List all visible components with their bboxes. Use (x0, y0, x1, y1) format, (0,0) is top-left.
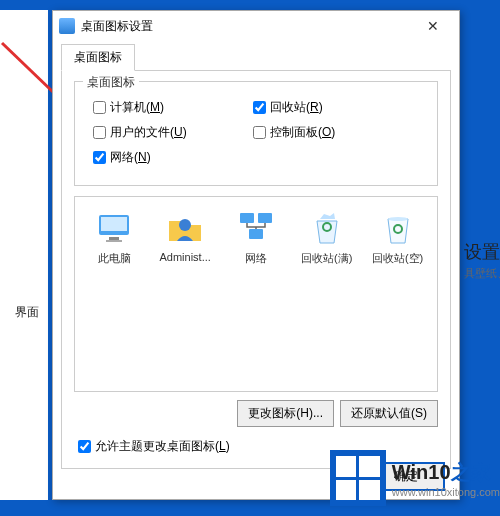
background-label-jiemian: 界面 (15, 304, 39, 321)
network-icon (236, 207, 276, 247)
svg-rect-7 (258, 213, 272, 223)
close-button[interactable]: ✕ (413, 18, 453, 34)
svg-point-9 (388, 217, 408, 221)
tab-desktop-icons[interactable]: 桌面图标 (61, 44, 135, 71)
checkbox-control-panel-input[interactable] (253, 126, 266, 139)
icon-this-pc[interactable]: 此电脑 (81, 207, 147, 266)
svg-rect-3 (109, 237, 119, 240)
icon-user-folder[interactable]: Administ... (152, 207, 218, 266)
checkbox-allow-theme-input[interactable] (78, 440, 91, 453)
titlebar: 桌面图标设置 ✕ (53, 11, 459, 41)
recycle-bin-empty-icon (378, 207, 418, 247)
dialog-title: 桌面图标设置 (81, 18, 413, 35)
watermark-url: www.win10xitong.com (392, 486, 500, 498)
tab-body: 桌面图标 计算机(M) 回收站(R) 用户的文件(U) 控制 (61, 71, 451, 469)
checkbox-network-input[interactable] (93, 151, 106, 164)
group-legend: 桌面图标 (83, 74, 139, 91)
change-icon-button[interactable]: 更改图标(H)... (237, 400, 334, 427)
background-panel-left (0, 10, 48, 500)
checkbox-recycle-input[interactable] (253, 101, 266, 114)
checkbox-recycle-bin[interactable]: 回收站(R) (249, 98, 409, 117)
background-subtext: 具壁纸、声音 (464, 266, 500, 281)
svg-point-5 (179, 219, 191, 231)
background-heading-settings: 设置 (464, 240, 500, 264)
checkbox-user-files-input[interactable] (93, 126, 106, 139)
checkbox-computer[interactable]: 计算机(M) (89, 98, 249, 117)
icon-network[interactable]: 网络 (223, 207, 289, 266)
windows-logo-icon (330, 450, 386, 506)
checkbox-user-files[interactable]: 用户的文件(U) (89, 123, 249, 142)
checkbox-network[interactable]: 网络(N) (89, 148, 249, 167)
recycle-bin-full-icon (307, 207, 347, 247)
desktop-icon-settings-dialog: 桌面图标设置 ✕ 桌面图标 桌面图标 计算机(M) 回收站(R) 用户的 (52, 10, 460, 500)
icon-recycle-empty[interactable]: 回收站(空) (365, 207, 431, 266)
checkbox-computer-input[interactable] (93, 101, 106, 114)
icon-preview-box: 此电脑 Administ... 网络 (74, 196, 438, 392)
svg-rect-2 (101, 217, 127, 231)
svg-rect-6 (240, 213, 254, 223)
app-icon (59, 18, 75, 34)
user-folder-icon (165, 207, 205, 247)
restore-default-button[interactable]: 还原默认值(S) (340, 400, 438, 427)
checkbox-control-panel[interactable]: 控制面板(O) (249, 123, 409, 142)
group-desktop-icons: 桌面图标 计算机(M) 回收站(R) 用户的文件(U) 控制 (74, 81, 438, 186)
svg-rect-8 (249, 229, 263, 239)
icon-recycle-full[interactable]: 回收站(满) (294, 207, 360, 266)
monitor-icon (94, 207, 134, 247)
watermark-title: Win10之家 (392, 459, 500, 486)
watermark: Win10之家 www.win10xitong.com (330, 450, 500, 506)
tab-bar: 桌面图标 (61, 43, 451, 71)
svg-rect-4 (106, 240, 122, 242)
